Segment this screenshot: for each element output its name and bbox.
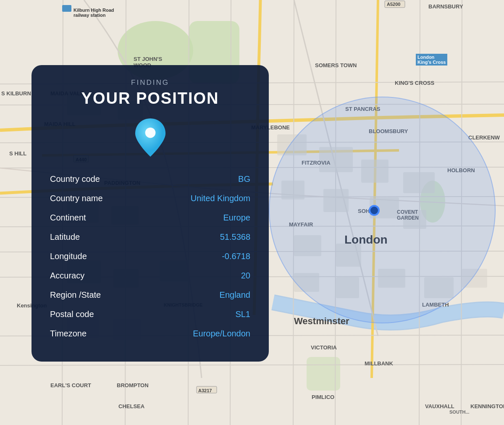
row-value: Europe: [160, 208, 250, 227]
map-label-pimlico: PIMLICO: [312, 394, 334, 400]
location-dot: [369, 205, 380, 216]
map-label-kilburn: Kilburn High Roadrailway station: [74, 8, 114, 18]
map-label-vauxhall: VAUXHALL: [425, 403, 454, 409]
row-value: -0.6718: [160, 247, 250, 266]
table-row: Longitude-0.6718: [50, 247, 250, 266]
map-westminster-label: Westminster: [294, 316, 349, 327]
map-label-kennington: KENNINGTON: [470, 403, 504, 409]
map-label-clerkenw: CLERKENW: [468, 134, 500, 141]
row-label: Timezone: [50, 324, 160, 343]
row-label: Accuracy: [50, 266, 160, 285]
map-label-south: SOUTH...: [449, 409, 470, 415]
table-row: Country nameUnited Kingdom: [50, 189, 250, 208]
map-label-brompton: BROMPTON: [117, 382, 149, 388]
map-label-s-kilburn: S KILBURN: [1, 90, 31, 97]
table-row: Country codeBG: [50, 169, 250, 189]
table-row: Region /StateEngland: [50, 285, 250, 304]
row-label: Continent: [50, 208, 160, 227]
table-row: Postal codeSL1: [50, 304, 250, 324]
map-label-barnsbury: BARNSBURY: [428, 3, 463, 10]
position-data-table: Country codeBGCountry nameUnited Kingdom…: [50, 169, 250, 343]
table-row: Accuracy20: [50, 266, 250, 285]
table-row: TimezoneEurope/London: [50, 324, 250, 343]
info-card: FINDING YOUR POSITION Country codeBGCoun…: [32, 65, 269, 362]
accuracy-circle: [269, 97, 496, 323]
row-value: 51.5368: [160, 227, 250, 247]
map-label-kings-cross: KING'S CROSS: [395, 80, 434, 86]
table-row: Latitude51.5368: [50, 227, 250, 247]
row-label: Region /State: [50, 285, 160, 304]
row-value: England: [160, 285, 250, 304]
location-pin-icon: [134, 118, 167, 157]
row-value: BG: [160, 169, 250, 189]
svg-rect-29: [62, 5, 71, 12]
map-label-chelsea: CHELSEA: [118, 403, 144, 409]
finding-label: FINDING: [50, 79, 250, 87]
row-value: Europe/London: [160, 324, 250, 343]
row-value: 20: [160, 266, 250, 285]
map-label-somers-town: SOMERS TOWN: [315, 62, 357, 68]
row-value: SL1: [160, 304, 250, 324]
row-label: Latitude: [50, 227, 160, 247]
svg-point-33: [145, 128, 155, 138]
table-row: ContinentEurope: [50, 208, 250, 227]
row-label: Longitude: [50, 247, 160, 266]
map-label-london-kx: LondonKing's Cross: [416, 54, 447, 66]
map-label-victoria: VICTORIA: [311, 344, 337, 351]
row-label: Postal code: [50, 304, 160, 324]
row-value: United Kingdom: [160, 189, 250, 208]
pin-container: [50, 118, 250, 157]
map-label-earls-court: EARL'S COURT: [50, 382, 91, 388]
map-label-a5200: A5200: [387, 2, 400, 7]
position-title: YOUR POSITION: [50, 89, 250, 108]
map-label-millbank: MILLBANK: [365, 360, 393, 367]
map-label-a3217: A3217: [198, 388, 212, 393]
map-label-s-hill: S HILL: [9, 150, 26, 157]
row-label: Country name: [50, 189, 160, 208]
row-label: Country code: [50, 169, 160, 189]
